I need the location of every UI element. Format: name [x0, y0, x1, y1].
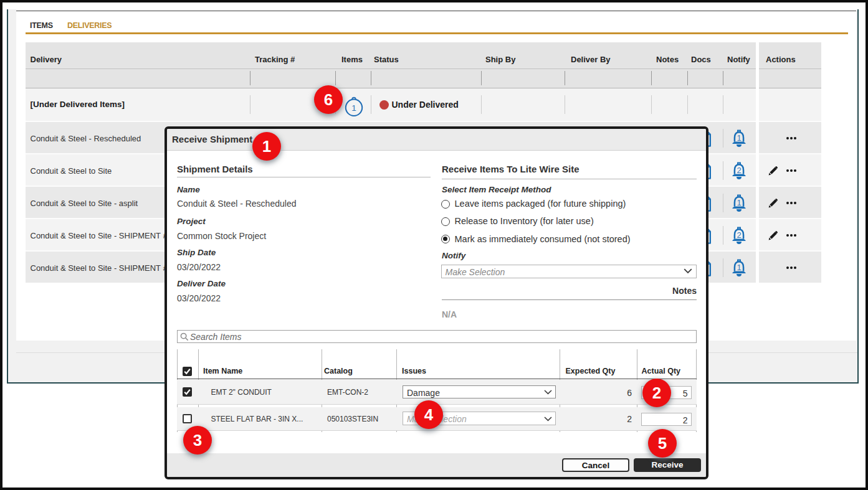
svg-text:2: 2	[737, 166, 741, 175]
svg-text:1: 1	[351, 103, 356, 113]
svg-text:1: 1	[737, 198, 741, 207]
svg-text:1: 1	[737, 263, 741, 272]
svg-text:2: 2	[737, 230, 741, 240]
svg-text:1: 1	[737, 133, 741, 143]
